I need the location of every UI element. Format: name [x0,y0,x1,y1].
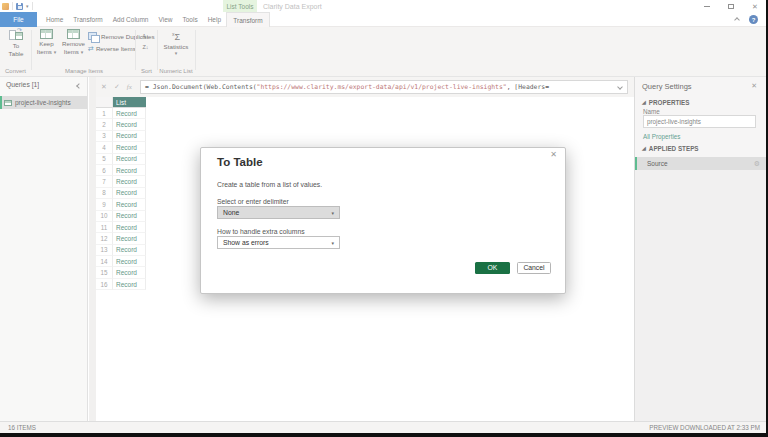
cancel-button[interactable]: Cancel [517,262,551,274]
to-table-dialog: ✕ To Table Create a table from a list of… [200,147,566,294]
dialog-description: Create a table from a list of values. [217,181,322,188]
delimiter-select[interactable]: None ▾ [217,206,340,219]
dialog-title: To Table [217,156,263,168]
extra-columns-label: How to handle extra columns [217,228,305,235]
ok-button[interactable]: OK [475,262,510,274]
delimiter-label: Select or enter delimiter [217,198,289,205]
select-arrow-icon: ▾ [331,210,334,216]
dialog-close-icon[interactable]: ✕ [550,151,557,159]
desktop-screen: ▾ List Tools Clarity Data Export ✕ File … [0,0,768,437]
select-arrow-icon: ▾ [331,240,334,246]
extra-columns-select[interactable]: Show as errors ▾ [217,236,340,249]
